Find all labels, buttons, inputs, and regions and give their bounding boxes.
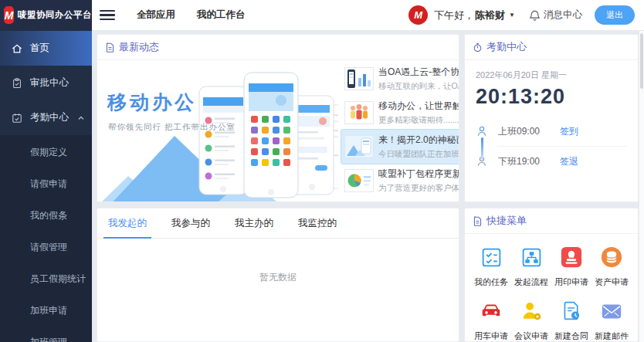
car-icon [479, 299, 503, 323]
quick-my-tasks[interactable]: 我的任务 [471, 245, 511, 288]
brand: M 唛盟协同办公平台 [0, 0, 92, 31]
contract-document-icon [559, 299, 584, 323]
sidebar-subitem-employee-leave-stats[interactable]: 员工假期统计 [0, 263, 92, 295]
flowchart-icon [519, 245, 544, 269]
news-list: 当OA遇上云-整个协同OA 移动互联的到来，让OA与云 移动办公，让世界触手可 … [338, 60, 459, 202]
latest-news-panel: 最新动态 [97, 34, 459, 202]
sidebar-subitem-leave-management[interactable]: 请假管理 [0, 232, 92, 263]
sidebar-subitem-overtime-application[interactable]: 加班申请 [0, 295, 92, 327]
document-icon [473, 216, 483, 226]
sidebar-item-approval-center[interactable]: 审批中心 [0, 66, 92, 100]
sidebar-subitem-my-leave-notes[interactable]: 我的假条 [0, 200, 92, 232]
sidebar-subitem-leave-application[interactable]: 请假申请 [0, 168, 92, 200]
news-carousel[interactable]: 移动办公 帮你领先同行 把工作带出办公室 [97, 60, 338, 202]
banner-headline: 移动办公 [107, 90, 197, 115]
meeting-person-icon [519, 299, 544, 323]
chevron-up-icon [77, 113, 85, 121]
quick-asset-application[interactable]: 资产申请 [591, 245, 632, 288]
quick-vehicle-application[interactable]: 用车申请 [471, 299, 511, 342]
sign-out-row: 下班19:00 签退 [476, 148, 627, 174]
sidebar-item-attendance-center[interactable]: 考勤中心 [0, 100, 92, 135]
timeline-connector [481, 137, 483, 161]
sign-in-label: 上班09:00 [498, 125, 552, 138]
tab-hosted-by-me[interactable]: 我主办的 [232, 208, 276, 238]
attendance-header: 考勤中心 [465, 35, 638, 60]
news-desc: 今日唛盟团队正在加班加点, [378, 149, 459, 160]
news-body: 移动办公 帮你领先同行 把工作带出办公室 当OA遇上云-整个协同OA 移动互联的… [97, 60, 459, 202]
quick-item-label: 新建邮件 [591, 330, 632, 342]
document-icon [105, 42, 115, 52]
database-icon [599, 245, 624, 269]
empty-state-text: 暂无数据 [97, 271, 459, 284]
quick-item-label: 发起流程 [511, 276, 551, 288]
tab-monitored-by-me[interactable]: 我监控的 [295, 208, 340, 238]
page-scrollbar[interactable] [639, 31, 644, 342]
app-title: 唛盟协同办公平台 [18, 9, 92, 21]
quick-menu-header: 快捷菜单 [465, 208, 638, 234]
quick-item-label: 用车申请 [471, 330, 511, 342]
attendance-clock: 20:13:20 [476, 85, 627, 109]
sign-out-link[interactable]: 签退 [560, 155, 578, 168]
main-left-column: 最新动态 [97, 34, 459, 342]
user-greeting-menu[interactable]: 下午好，陈裕财 ▼ [434, 8, 515, 22]
nav-my-workbench[interactable]: 我的工作台 [197, 8, 246, 22]
tasks-tabbar: 我发起的 我参与的 我主办的 我监控的 [97, 208, 459, 239]
banner-subline: 帮你领先同行 把工作带出办公室 [108, 122, 236, 133]
attendance-body: 2022年06月20日 星期一 20:13:20 上班09:00 签到 下班19… [465, 60, 638, 174]
hamburger-menu-icon[interactable] [100, 8, 115, 23]
news-item[interactable]: 移动办公，让世界触手可 更多精彩敬请期待........ [341, 96, 459, 130]
clipboard-icon [11, 77, 23, 90]
quick-item-label: 会议申请 [511, 330, 551, 342]
app-logo-icon: M [4, 6, 14, 24]
quick-menu-panel: 快捷菜单 我的任务 发起流程 [464, 208, 639, 342]
sign-out-label: 下班19:00 [498, 155, 552, 168]
news-title: 唛盟补丁包程序更新 [378, 168, 459, 181]
tab-initiated-by-me[interactable]: 我发起的 [105, 208, 150, 238]
news-item[interactable]: 唛盟补丁包程序更新 为了营造更好的客户体验，唛 [341, 164, 459, 198]
sidebar-subitem-overtime-management[interactable]: 加班管理 [0, 327, 92, 342]
mail-envelope-icon [599, 299, 624, 323]
sidebar-item-label: 首页 [30, 42, 49, 55]
sidebar-subitem-holiday-definition[interactable]: 假期定义 [0, 137, 92, 168]
scrollbar-thumb[interactable] [640, 33, 643, 89]
news-title: 来！揭开2.0的神秘面纱~ [378, 134, 459, 147]
main-right-column: 考勤中心 2022年06月20日 星期一 20:13:20 上班09:00 签到… [464, 34, 639, 342]
quick-item-label: 用印申请 [551, 276, 591, 288]
sign-in-link[interactable]: 签到 [560, 125, 578, 138]
my-tasks-panel: 我发起的 我参与的 我主办的 我监控的 暂无数据 [97, 208, 459, 342]
news-desc: 更多精彩敬请期待........ [378, 115, 459, 126]
sidebar-item-label: 审批中心 [30, 76, 69, 90]
quick-new-contract[interactable]: 新建合同 [551, 299, 591, 342]
news-title: 当OA遇上云-整个协同OA [378, 66, 459, 79]
quick-menu-grid: 我的任务 发起流程 用印申请 [465, 234, 638, 342]
news-item[interactable]: 当OA遇上云-整个协同OA 移动互联的到来，让OA与云 [341, 62, 459, 96]
user-avatar[interactable]: M [408, 5, 428, 25]
news-thumbnail [344, 135, 374, 158]
sidebar-item-home[interactable]: 首页 [0, 31, 92, 66]
nav-all-apps[interactable]: 全部应用 [137, 8, 175, 22]
quick-start-workflow[interactable]: 发起流程 [511, 245, 551, 288]
news-thumbnail [344, 101, 374, 124]
stopwatch-icon [473, 42, 483, 52]
user-name: 陈裕财 [475, 8, 505, 22]
task-list-icon [479, 245, 503, 269]
calendar-icon [11, 112, 23, 124]
tab-participated-by-me[interactable]: 我参与的 [168, 208, 213, 238]
quick-meeting-application[interactable]: 会议申请 [511, 299, 551, 342]
sidebar-submenu: 假期定义 请假申请 我的假条 请假管理 员工假期统计 加班申请 加班管理 [0, 135, 92, 342]
quick-seal-application[interactable]: 用印申请 [551, 245, 591, 288]
attendance-timeline: 上班09:00 签到 下班19:00 签退 [476, 118, 627, 174]
person-icon [476, 125, 488, 137]
quick-item-label: 资产申请 [591, 276, 632, 288]
home-icon [11, 42, 23, 55]
latest-news-header: 最新动态 [97, 35, 459, 60]
news-title: 移动办公，让世界触手可 [378, 100, 459, 113]
sidebar: 首页 审批中心 考勤中心 假期定义 请假申请 我的假条 请假管理 员工假期统计 … [0, 31, 92, 342]
greeting-text: 下午好， [434, 8, 474, 22]
news-item-selected[interactable]: 来！揭开2.0的神秘面纱~ 今日唛盟团队正在加班加点, [341, 130, 459, 164]
divider [497, 146, 627, 147]
logout-button[interactable]: 退出 [595, 5, 635, 25]
message-center-link[interactable]: 消息中心 [529, 8, 582, 22]
quick-new-mail[interactable]: 新建邮件 [591, 299, 632, 342]
chevron-down-icon: ▼ [509, 12, 515, 19]
